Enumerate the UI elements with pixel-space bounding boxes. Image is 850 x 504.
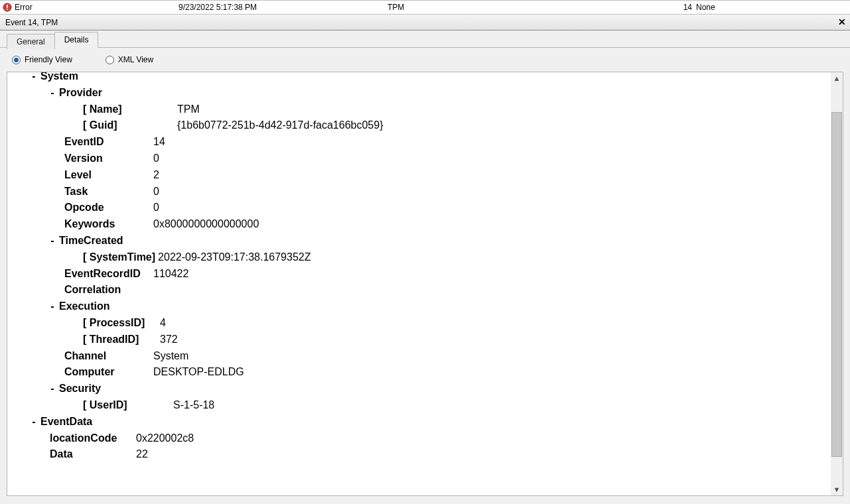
systemtime-val: 2022-09-23T09:17:38.1679352Z xyxy=(155,249,311,266)
processid-val: 4 xyxy=(152,315,166,332)
provider-name-val: TPM xyxy=(152,101,200,118)
locationcode-val: 0x220002c8 xyxy=(136,430,194,447)
task-key: Task xyxy=(64,184,153,200)
collapse-toggle[interactable]: - xyxy=(27,414,40,430)
log-datetime: 9/23/2022 5:17:38 PM xyxy=(178,3,388,12)
systemtime-key: [ SystemTime] xyxy=(83,249,155,266)
threadid-val: 372 xyxy=(152,332,178,348)
provider-guid-val: {1b6b0772-251b-4d42-917d-faca166bc059} xyxy=(152,117,384,134)
log-category: None xyxy=(696,3,850,12)
scroll-thumb[interactable] xyxy=(831,112,842,457)
computer-val: DESKTOP-EDLDG xyxy=(153,364,244,381)
recordid-key: EventRecordID xyxy=(64,266,153,283)
data-val: 22 xyxy=(136,446,148,463)
panel-header: Event 14, TPM ✕ xyxy=(0,15,850,31)
radio-friendly-label: Friendly View xyxy=(25,55,72,64)
view-mode-row: Friendly View XML View xyxy=(0,48,850,72)
tab-general[interactable]: General xyxy=(7,34,55,49)
section-timecreated: TimeCreated xyxy=(59,233,123,249)
locationcode-key: locationCode xyxy=(50,430,136,447)
section-system: System xyxy=(40,72,78,85)
scroll-down-icon[interactable]: ▼ xyxy=(831,483,843,495)
log-level: Error xyxy=(15,3,33,12)
userid-key: [ UserID] xyxy=(83,397,152,414)
section-eventdata: EventData xyxy=(40,414,92,430)
correlation-key: Correlation xyxy=(64,282,153,298)
scroll-up-icon[interactable]: ▲ xyxy=(831,72,843,84)
keywords-val: 0x8000000000000000 xyxy=(153,216,259,233)
panel-title: Event 14, TPM xyxy=(5,18,58,27)
svg-rect-2 xyxy=(7,9,8,10)
log-source: TPM xyxy=(388,3,673,12)
details-content: - System - Provider [ Name] TPM [ Guid] … xyxy=(7,72,831,495)
computer-key: Computer xyxy=(64,364,153,381)
collapse-toggle[interactable]: - xyxy=(27,72,40,85)
radio-icon xyxy=(12,56,21,64)
processid-key: [ ProcessID] xyxy=(83,315,152,332)
error-icon xyxy=(3,3,12,12)
section-provider: Provider xyxy=(59,85,102,101)
section-execution: Execution xyxy=(59,298,109,315)
radio-xml-view[interactable]: XML View xyxy=(106,55,153,64)
level-val: 2 xyxy=(153,167,159,184)
threadid-key: [ ThreadID] xyxy=(83,332,152,348)
level-key: Level xyxy=(64,167,153,184)
provider-name-key: [ Name] xyxy=(83,101,152,118)
eventid-val: 14 xyxy=(153,134,165,151)
radio-icon xyxy=(106,56,114,64)
recordid-val: 110422 xyxy=(153,266,188,283)
version-key: Version xyxy=(64,151,153,167)
channel-val: System xyxy=(153,348,188,365)
data-key: Data xyxy=(50,446,136,463)
channel-key: Channel xyxy=(64,348,153,365)
tab-details[interactable]: Details xyxy=(54,32,99,48)
collapse-toggle[interactable]: - xyxy=(46,298,59,315)
vertical-scrollbar[interactable]: ▲ ▼ xyxy=(831,72,843,495)
section-security: Security xyxy=(59,381,101,397)
userid-val: S-1-5-18 xyxy=(152,397,214,414)
radio-xml-label: XML View xyxy=(118,55,153,64)
version-val: 0 xyxy=(153,151,159,167)
collapse-toggle[interactable]: - xyxy=(46,381,59,397)
event-log-row[interactable]: Error 9/23/2022 5:17:38 PM TPM 14 None xyxy=(0,0,850,15)
opcode-val: 0 xyxy=(153,200,159,216)
opcode-key: Opcode xyxy=(64,200,153,216)
eventid-key: EventID xyxy=(64,134,153,151)
details-viewport: - System - Provider [ Name] TPM [ Guid] … xyxy=(7,72,843,496)
collapse-toggle[interactable]: - xyxy=(46,85,59,101)
keywords-key: Keywords xyxy=(64,216,153,233)
tab-strip: General Details xyxy=(0,31,850,48)
collapse-toggle[interactable]: - xyxy=(46,233,59,249)
task-val: 0 xyxy=(153,184,159,200)
log-event-id: 14 xyxy=(673,3,696,12)
svg-rect-1 xyxy=(7,5,8,8)
radio-friendly-view[interactable]: Friendly View xyxy=(12,55,72,64)
scroll-track[interactable] xyxy=(831,84,843,483)
provider-guid-key: [ Guid] xyxy=(83,117,152,134)
close-icon[interactable]: ✕ xyxy=(837,17,847,28)
